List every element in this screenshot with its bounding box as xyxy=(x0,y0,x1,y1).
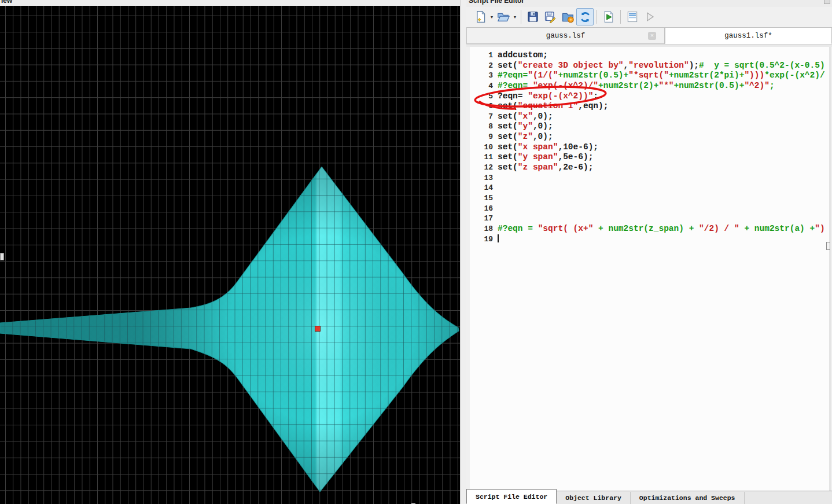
open-script-button[interactable] xyxy=(495,8,512,25)
code-line[interactable]: 13 xyxy=(470,173,830,183)
save-as-icon xyxy=(544,10,557,23)
file-tab-bar: gauss.lsf ✕ gauss1.lsf* xyxy=(466,27,832,44)
code-text: set("x",0); xyxy=(493,112,553,122)
line-number: 3 xyxy=(470,71,493,81)
code-text: #?eqn="(1/("+num2str(0.5)+"*sqrt("+num2s… xyxy=(493,71,825,81)
bottom-tab-label: Object Library xyxy=(565,494,621,502)
code-line[interactable]: 14 xyxy=(470,183,830,193)
bottom-tab-optimizations-and-sweeps[interactable]: Optimizations and Sweeps xyxy=(631,492,745,504)
line-number: 17 xyxy=(470,214,493,224)
toolbar-separator xyxy=(521,10,521,24)
line-number: 5 xyxy=(470,91,493,102)
code-lines: 1addcustom;2set("create 3D object by","r… xyxy=(470,47,830,244)
code-line[interactable]: 9set("z",0); xyxy=(470,132,830,142)
line-number: 9 xyxy=(470,132,493,142)
text-caret xyxy=(498,234,499,242)
code-text: set("y span",5e-6); xyxy=(493,152,593,163)
run-button-disabled[interactable] xyxy=(641,8,658,25)
view-panel-title: iew xyxy=(1,0,460,5)
line-number: 7 xyxy=(470,112,493,122)
code-text: #?eqn= "exp(-(x^2)/"+num2str(2)+"*"+num2… xyxy=(493,81,775,91)
lines-document-icon xyxy=(626,10,639,23)
code-line[interactable]: 5?eqn= "exp(-(x^2))"; xyxy=(470,91,830,102)
refresh-icon xyxy=(579,10,592,24)
script-file-editor-panel: Script File Editor ▼ ▼ xyxy=(466,0,832,504)
line-number: 2 xyxy=(470,61,493,71)
line-number: 10 xyxy=(470,142,493,153)
code-line[interactable]: 10set("x span",10e-6); xyxy=(470,142,830,153)
code-text xyxy=(493,193,498,204)
line-number: 4 xyxy=(470,81,493,91)
code-line[interactable]: 6set("equation 1",eqn); xyxy=(470,101,830,112)
code-line[interactable]: 11set("y span",5e-6); xyxy=(470,152,830,163)
code-text: set("y",0); xyxy=(493,122,553,132)
line-number: 12 xyxy=(470,163,493,173)
right-splitter-handle[interactable] xyxy=(826,242,830,250)
line-number: 16 xyxy=(470,204,493,214)
new-script-dropdown[interactable]: ▼ xyxy=(489,15,495,19)
tab-close-button[interactable]: ✕ xyxy=(648,32,656,40)
bottom-tab-script-file-editor[interactable]: Script File Editor xyxy=(466,489,557,504)
open-folder-icon xyxy=(496,10,510,24)
tab-gauss-lsf[interactable]: gauss.lsf ✕ xyxy=(466,27,665,44)
window-control-fragment xyxy=(824,0,830,4)
code-text: addcustom; xyxy=(493,50,548,61)
code-line[interactable]: 17 xyxy=(470,214,830,224)
code-text: set("z span",2e-6); xyxy=(493,163,593,173)
code-line[interactable]: 16 xyxy=(470,204,830,214)
code-line[interactable]: 2set("create 3D object by","revolution")… xyxy=(470,61,830,71)
code-editor[interactable]: 1addcustom;2set("create 3D object by","r… xyxy=(470,47,830,492)
tab-label: gauss1.lsf* xyxy=(724,32,772,40)
toolbar-separator xyxy=(597,10,597,24)
toolbar-separator xyxy=(620,10,621,24)
line-number: 1 xyxy=(470,50,493,61)
script-toolbar: ▼ ▼ xyxy=(466,6,832,27)
script-output-button[interactable] xyxy=(624,8,641,25)
run-script-button[interactable] xyxy=(600,8,617,25)
open-script-dropdown[interactable]: ▼ xyxy=(512,15,518,19)
line-number: 13 xyxy=(470,173,493,183)
code-text xyxy=(493,214,498,224)
tab-label: gauss.lsf xyxy=(546,32,586,40)
code-text xyxy=(493,183,498,193)
run-script-icon xyxy=(602,10,615,23)
save-button[interactable] xyxy=(524,8,542,25)
code-line[interactable]: 3#?eqn="(1/("+num2str(0.5)+"*sqrt("+num2… xyxy=(470,71,830,81)
left-splitter-handle[interactable] xyxy=(0,253,4,260)
line-number: 19 xyxy=(470,234,493,245)
line-number: 6 xyxy=(470,101,493,112)
new-script-button[interactable] xyxy=(472,8,489,25)
3d-viewport[interactable] xyxy=(0,6,460,504)
code-text: set("equation 1",eqn); xyxy=(493,101,608,112)
code-text: set("z",0); xyxy=(493,132,553,142)
line-number: 15 xyxy=(470,193,493,204)
application-window: iew xyxy=(0,0,832,504)
code-line[interactable]: 8set("y",0); xyxy=(470,122,830,132)
new-file-icon xyxy=(474,10,487,23)
code-text: ?eqn= "exp(-(x^2))"; xyxy=(493,91,598,102)
save-icon xyxy=(527,10,539,23)
bottom-tab-bar: Script File Editor Object Library Optimi… xyxy=(466,491,832,504)
code-line[interactable]: 12set("z span",2e-6); xyxy=(470,163,830,173)
code-text: set("create 3D object by","revolution");… xyxy=(493,61,825,71)
code-line[interactable]: 7set("x",0); xyxy=(470,112,830,122)
code-line[interactable]: 18#?eqn = "sqrt( (x+" + num2str(z_span) … xyxy=(470,224,830,234)
code-line[interactable]: 1addcustom; xyxy=(470,50,830,61)
play-icon xyxy=(643,10,656,23)
object-origin-marker[interactable] xyxy=(315,326,321,332)
code-text xyxy=(493,204,498,214)
code-text xyxy=(493,234,499,245)
save-as-button[interactable] xyxy=(542,8,559,25)
bottom-tab-object-library[interactable]: Object Library xyxy=(557,492,631,504)
script-editor-title: Script File Editor xyxy=(469,0,832,5)
refresh-button[interactable] xyxy=(576,8,594,25)
line-number: 14 xyxy=(470,183,493,193)
code-line[interactable]: 4#?eqn= "exp(-(x^2)/"+num2str(2)+"*"+num… xyxy=(470,81,830,91)
bottom-tab-label: Script File Editor xyxy=(476,493,547,501)
code-line[interactable]: 19 xyxy=(470,234,830,245)
code-line[interactable]: 15 xyxy=(470,193,830,204)
folder-badge-icon xyxy=(561,10,575,24)
line-number: 8 xyxy=(470,122,493,132)
tab-gauss1-lsf[interactable]: gauss1.lsf* xyxy=(665,27,832,44)
save-all-button[interactable] xyxy=(559,8,576,25)
